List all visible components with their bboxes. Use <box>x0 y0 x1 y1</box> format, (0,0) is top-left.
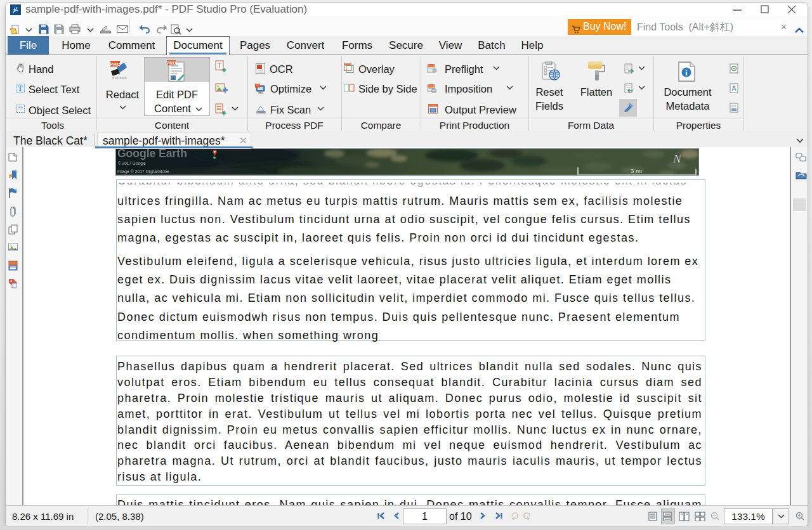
svg-text:T: T <box>18 84 23 93</box>
svg-text:a propos: a propos <box>112 75 126 79</box>
svg-text:A: A <box>732 85 737 92</box>
svg-text:PRO: PRO <box>110 61 121 67</box>
svg-text:T: T <box>218 61 222 69</box>
svg-text:PRO: PRO <box>167 61 176 65</box>
